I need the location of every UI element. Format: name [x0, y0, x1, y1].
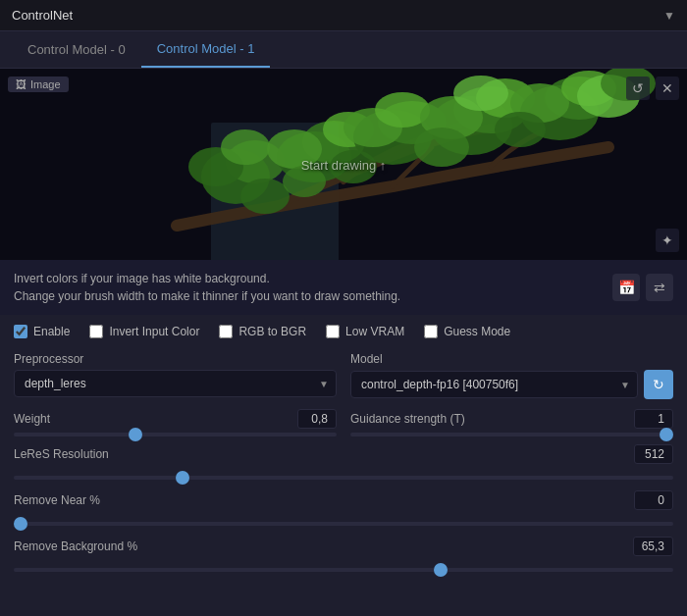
hint-line-2: Change your brush width to make it thinn…	[14, 287, 400, 305]
model-field: Model control_depth-fp16 [400750f6] ▼ ↻	[350, 352, 673, 399]
svg-point-6	[221, 129, 270, 165]
svg-point-28	[330, 150, 377, 183]
weight-slider-group: Weight 0,8	[14, 409, 337, 436]
image-label-text: Image	[30, 78, 61, 90]
guessmode-label: Guess Mode	[444, 325, 510, 338]
svg-point-30	[495, 112, 546, 147]
image-area: 🖼 Image ↺ ✕	[0, 69, 687, 260]
weight-value: 0,8	[297, 409, 337, 429]
guidance-slider-group: Guidance strength (T) 1	[350, 409, 673, 436]
remove-bg-slider[interactable]	[14, 568, 673, 572]
app-container: ControlNet ▼ Control Model - 0 Control M…	[0, 0, 687, 616]
weight-guidance-row: Weight 0,8 Guidance strength (T) 1	[14, 409, 673, 436]
model-refresh-button[interactable]: ↻	[644, 370, 673, 399]
model-select[interactable]: control_depth-fp16 [400750f6]	[350, 371, 638, 398]
hint-actions: 📅 ⇄	[612, 274, 673, 301]
leres-resolution-row: LeReS Resolution 512	[14, 444, 673, 483]
tabs-bar: Control Model - 0 Control Model - 1	[0, 31, 687, 69]
svg-point-9	[267, 129, 322, 169]
hint-text: Invert colors if your image has white ba…	[14, 270, 400, 305]
remove-bg-label: Remove Background %	[14, 539, 137, 553]
lowvram-checkbox[interactable]	[326, 325, 340, 338]
svg-point-29	[414, 128, 469, 167]
close-image-button[interactable]: ✕	[656, 77, 679, 100]
checkbox-invert[interactable]: Invert Input Color	[89, 325, 199, 338]
remove-bg-row: Remove Background % 65,3	[14, 537, 673, 575]
checkbox-enable[interactable]: Enable	[14, 325, 70, 338]
enable-label: Enable	[33, 325, 70, 338]
weight-slider[interactable]	[14, 433, 337, 436]
wand-button[interactable]: ✦	[656, 229, 679, 252]
invert-checkbox[interactable]	[89, 325, 103, 338]
controls-area: Enable Invert Input Color RGB to BGR Low…	[0, 315, 687, 616]
model-row: control_depth-fp16 [400750f6] ▼ ↻	[350, 370, 673, 399]
remove-near-slider[interactable]	[14, 522, 673, 526]
guidance-label: Guidance strength (T)	[350, 412, 465, 426]
checkbox-lowvram[interactable]: Low VRAM	[326, 325, 404, 338]
checkbox-guessmode[interactable]: Guess Mode	[424, 325, 510, 338]
guidance-slider[interactable]	[350, 433, 673, 436]
preprocessor-select[interactable]: depth_leres	[14, 370, 337, 397]
svg-point-27	[283, 166, 326, 197]
leres-value: 512	[634, 444, 673, 464]
preprocessor-label: Preprocessor	[14, 352, 337, 366]
model-label: Model	[350, 352, 673, 366]
collapse-arrow-icon[interactable]: ▼	[663, 9, 675, 23]
reset-image-button[interactable]: ↺	[626, 77, 650, 100]
leres-label: LeReS Resolution	[14, 447, 109, 461]
checkboxes-row: Enable Invert Input Color RGB to BGR Low…	[14, 325, 673, 338]
preprocessor-select-wrapper: depth_leres ▼	[14, 370, 337, 397]
remove-near-label: Remove Near %	[14, 493, 100, 507]
hint-bar: Invert colors if your image has white ba…	[0, 260, 687, 315]
guessmode-checkbox[interactable]	[424, 325, 438, 338]
model-select-wrapper: control_depth-fp16 [400750f6] ▼	[350, 371, 638, 398]
enable-checkbox[interactable]	[14, 325, 27, 338]
remove-bg-value: 65,3	[633, 537, 673, 556]
guidance-value: 1	[634, 409, 673, 429]
preprocessor-field: Preprocessor depth_leres ▼	[14, 352, 337, 399]
rgb2bgr-checkbox[interactable]	[219, 325, 233, 338]
leres-slider[interactable]	[14, 476, 673, 480]
image-label: 🖼 Image	[8, 77, 69, 92]
image-controls: ↺ ✕	[626, 77, 679, 100]
lowvram-label: Low VRAM	[345, 325, 404, 338]
preprocessor-model-row: Preprocessor depth_leres ▼ Model control…	[14, 352, 673, 399]
tree-image	[0, 69, 687, 260]
tab-control-model-0[interactable]: Control Model - 0	[12, 32, 141, 67]
remove-near-value: 0	[634, 490, 673, 510]
weight-label: Weight	[14, 412, 50, 426]
checkbox-rgb2bgr[interactable]: RGB to BGR	[219, 325, 306, 338]
svg-point-19	[453, 76, 508, 111]
tab-control-model-1[interactable]: Control Model - 1	[141, 31, 271, 68]
swap-button[interactable]: ⇄	[646, 274, 673, 301]
image-label-icon: 🖼	[16, 78, 26, 90]
svg-point-26	[240, 179, 290, 214]
title-bar: ControlNet ▼	[0, 0, 687, 31]
invert-label: Invert Input Color	[109, 325, 199, 338]
app-title: ControlNet	[12, 8, 73, 23]
hint-line-1: Invert colors if your image has white ba…	[14, 270, 400, 287]
calendar-button[interactable]: 📅	[612, 274, 640, 301]
remove-near-row: Remove Near % 0	[14, 490, 673, 529]
rgb2bgr-label: RGB to BGR	[238, 325, 306, 338]
